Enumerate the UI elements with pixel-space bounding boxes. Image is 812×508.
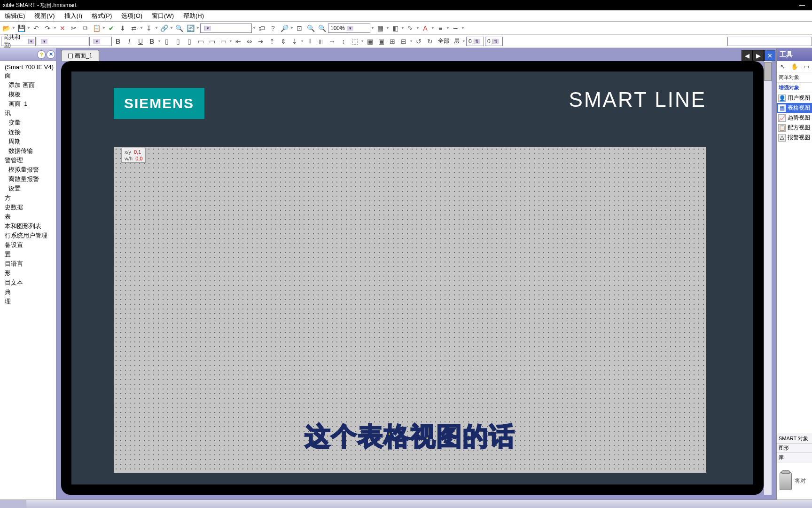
section-simple[interactable]: 简单对象 <box>777 72 812 83</box>
tree-node[interactable]: 模拟量报警 <box>1 165 55 175</box>
find-icon[interactable]: 🔍 <box>174 23 184 33</box>
save-icon[interactable]: 💾 <box>16 23 26 33</box>
size-combo[interactable]: ▾ <box>89 37 112 46</box>
tab-screen1[interactable]: 画面_1 <box>61 50 99 61</box>
minimize-button[interactable]: — <box>795 2 809 8</box>
align-top-icon[interactable]: ▭ <box>195 36 206 47</box>
menu-window[interactable]: 窗口(W) <box>147 10 179 21</box>
tree-node[interactable]: 目文本 <box>1 278 55 287</box>
menu-view[interactable]: 视图(V) <box>30 10 59 21</box>
help-icon[interactable]: ? <box>268 23 278 33</box>
refresh-icon[interactable]: 🔄 <box>185 23 195 33</box>
vertical-scrollbar[interactable] <box>764 61 772 495</box>
snap-top-icon[interactable]: ⇡ <box>267 36 277 47</box>
open-icon[interactable]: 📂 <box>1 23 11 33</box>
tree-node[interactable]: 典 <box>1 287 55 297</box>
tree-node[interactable]: 添加 画面 <box>1 80 55 90</box>
zoom-combo[interactable]: 100%▾ <box>328 24 370 33</box>
italic-icon[interactable]: I <box>124 36 134 47</box>
fill-icon[interactable]: ◧ <box>390 23 400 33</box>
line-style-icon[interactable]: ≡ <box>435 23 445 33</box>
project-tree[interactable]: (Smart 700 IE V4)面添加 画面模板画面_1讯变量连接周期数据传输… <box>0 61 56 500</box>
rotate-right-icon[interactable]: ↻ <box>425 36 435 47</box>
spin-x[interactable]: 0⇅ <box>466 37 484 46</box>
tool-item[interactable]: 👤用户视图 <box>777 93 812 103</box>
transfer-icon[interactable]: ⇄ <box>129 23 139 33</box>
snap-bottom-icon[interactable]: ⇣ <box>289 36 300 47</box>
menu-format[interactable]: 格式(P) <box>87 10 117 21</box>
align-center-icon[interactable]: ▯ <box>173 36 183 47</box>
tab-prev-button[interactable]: ◀ <box>742 50 753 61</box>
tree-node[interactable]: 连接 <box>1 127 55 137</box>
tree-node[interactable]: 方 <box>1 193 55 203</box>
tree-node[interactable]: 目语言 <box>1 259 55 269</box>
order-icon[interactable]: ↧ <box>144 23 154 33</box>
tree-node[interactable]: 离散量报警 <box>1 175 55 184</box>
ungroup-icon[interactable]: ⊟ <box>398 36 409 47</box>
tree-node[interactable]: (Smart 700 IE V4) <box>1 63 55 71</box>
menu-insert[interactable]: 插入(I) <box>60 10 87 21</box>
section-enhanced[interactable]: 增强对象 <box>777 83 812 93</box>
tree-node[interactable]: 变量 <box>1 118 55 127</box>
download-icon[interactable]: ⬇ <box>117 23 128 33</box>
line-color-icon[interactable]: ✎ <box>405 23 415 33</box>
tool-item[interactable]: ▦表格视图 <box>777 103 812 113</box>
language-combo[interactable]: 民共和国)▾ <box>1 37 36 46</box>
inspect-icon[interactable]: 🔎 <box>279 23 289 33</box>
dist-v-icon[interactable]: ⫼ <box>316 36 326 47</box>
check-icon[interactable]: ✔ <box>106 23 117 33</box>
group-icon[interactable]: ⊞ <box>387 36 398 47</box>
underline-icon[interactable]: U <box>135 36 146 47</box>
section-library[interactable]: 库 <box>777 452 812 462</box>
tree-node[interactable]: 本和图形列表 <box>1 222 55 231</box>
table-icon[interactable]: ▦ <box>375 23 385 33</box>
center-h-icon[interactable]: ▣ <box>365 36 375 47</box>
font-combo[interactable]: ▾ <box>37 37 88 46</box>
tree-node[interactable]: 警管理 <box>1 156 55 165</box>
hand-icon[interactable]: ✋ <box>790 63 799 71</box>
cut-icon[interactable]: ✂ <box>69 23 79 33</box>
zoom-in-icon[interactable]: 🔍 <box>317 23 327 33</box>
tree-node[interactable]: 模板 <box>1 90 55 99</box>
bold2-icon[interactable]: B <box>147 36 157 47</box>
tab-next-button[interactable]: ▶ <box>753 50 764 61</box>
tree-node[interactable]: 周期 <box>1 137 55 146</box>
tree-node[interactable]: 理 <box>1 297 55 306</box>
tree-node[interactable]: 设置 <box>1 184 55 193</box>
menu-edit[interactable]: 编辑(E) <box>0 10 30 21</box>
zoom-fit-icon[interactable]: ⊡ <box>294 23 304 33</box>
paste-icon[interactable]: 📋 <box>91 23 102 33</box>
tree-node[interactable]: 画面_1 <box>1 99 55 109</box>
rotate-left-icon[interactable]: ↺ <box>414 36 424 47</box>
redo-icon[interactable]: ↷ <box>42 23 53 33</box>
align-middle-icon[interactable]: ▭ <box>207 36 217 47</box>
snap-center-icon[interactable]: ⇔ <box>244 36 255 47</box>
align-bottom-icon[interactable]: ▭ <box>218 36 228 47</box>
line-weight-icon[interactable]: ━ <box>450 23 461 33</box>
tree-node[interactable]: 面 <box>1 71 55 80</box>
tag-icon[interactable]: 🏷 <box>257 23 267 33</box>
section-graphics[interactable]: 图形 <box>777 443 812 452</box>
tree-node[interactable]: 史数据 <box>1 203 55 212</box>
copy-icon[interactable]: ⧉ <box>80 23 90 33</box>
font-color-icon[interactable]: A <box>420 23 430 33</box>
tree-node[interactable]: 置 <box>1 250 55 259</box>
snap-left-icon[interactable]: ⇤ <box>233 36 243 47</box>
same-h-icon[interactable]: ↕ <box>338 36 349 47</box>
tool-item[interactable]: ⚠报警视图 <box>777 133 812 143</box>
tree-node[interactable]: 备设置 <box>1 240 55 250</box>
close-panel-icon[interactable]: ✕ <box>47 50 55 59</box>
tree-node[interactable]: 行系统用户管理 <box>1 231 55 240</box>
same-size-icon[interactable]: ⬚ <box>350 36 360 47</box>
undo-icon[interactable]: ↶ <box>31 23 41 33</box>
design-grid[interactable]: x/y0,1 w/h0,0 这个表格视图的话 <box>114 147 706 473</box>
object-combo[interactable]: ▾ <box>200 24 252 33</box>
help-pin-icon[interactable]: ? <box>37 50 46 59</box>
zoom-out-icon[interactable]: 🔍 <box>305 23 316 33</box>
marquee-icon[interactable]: ▭ <box>802 63 811 71</box>
bold-icon[interactable]: B <box>113 36 123 47</box>
link-icon[interactable]: 🔗 <box>159 23 169 33</box>
device-screen[interactable]: SIEMENS SMART LINE x/y0,1 w/h0,0 这个表格视图的… <box>71 71 753 484</box>
center-v-icon[interactable]: ▣ <box>376 36 386 47</box>
section-smart[interactable]: SMART 对象 <box>777 434 812 443</box>
